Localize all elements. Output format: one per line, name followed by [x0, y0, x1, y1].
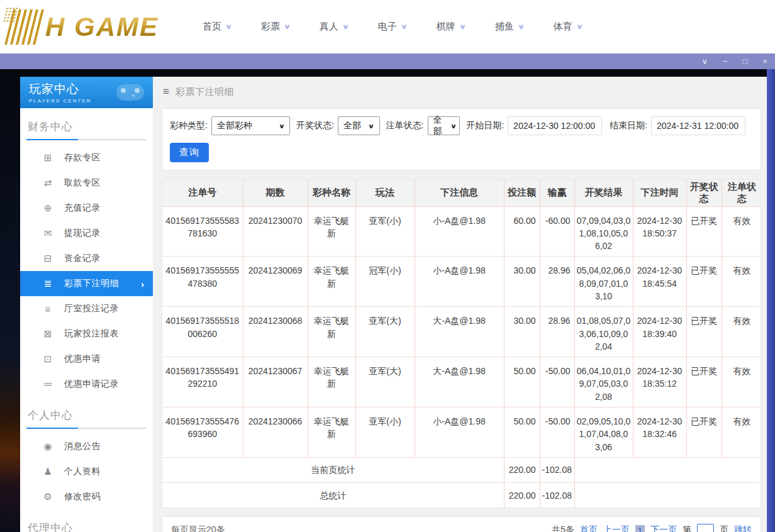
sidebar-item[interactable]: ≡厅室投注记录 [20, 296, 153, 321]
sidebar-item-label: 存款专区 [64, 152, 101, 163]
jump-link[interactable]: 跳转 [734, 524, 752, 532]
top-nav: 首页∨彩票∨真人∨电子∨棋牌∨捕鱼∨体育∨ [203, 21, 583, 33]
first-page-link[interactable]: 首页 [580, 524, 598, 532]
logo-bars-icon [4, 9, 46, 45]
cell: 已开奖 [686, 206, 722, 257]
sidebar-item-label: 玩家投注报表 [64, 328, 119, 340]
sidebar-item[interactable]: ⊞存款专区 [20, 145, 153, 170]
chevron-down-icon: ∨ [576, 23, 583, 31]
filter-panel: 彩种类型: 全部彩种 ∨ 开奖状态: 全部 ∨ 注单状态: 全部 ∨ [162, 108, 761, 170]
cell: 小-A盘@1.98 [415, 206, 504, 257]
nav-item[interactable]: 棋牌∨ [437, 21, 466, 33]
cell: 02,09,05,10,01,07,04,08,03,06 [574, 407, 633, 458]
close-icon[interactable]: × [762, 57, 767, 65]
cell: 07,09,04,03,01,08,10,05,06,02 [574, 206, 633, 257]
window-controls: ∨−□× [701, 57, 767, 65]
cell: 冠军(小) [355, 257, 415, 307]
column-header: 期数 [243, 180, 308, 206]
recharge-icon: ⊕ [42, 202, 54, 214]
promo-record-icon: ≔ [42, 379, 54, 390]
start-date-input[interactable] [508, 116, 602, 135]
summary-row: 总统计220.00-102.08 [162, 482, 761, 507]
start-date-label: 开始日期: [466, 120, 504, 131]
draw-status-label: 开奖状态: [296, 120, 334, 131]
sidebar-header-text: 玩家中心 PLAYERS CENTER [29, 81, 91, 104]
nav-item[interactable]: 体育∨ [554, 21, 583, 33]
sidebar-section: 财务中心⊞存款专区⇄取款专区⊕充值记录✉提现记录⊟资金记录≣彩票下注明细›≡厅室… [20, 108, 153, 397]
filter-row: 彩种类型: 全部彩种 ∨ 开奖状态: 全部 ∨ 注单状态: 全部 ∨ [170, 116, 753, 135]
window-chevron-icon[interactable]: ∨ [701, 57, 708, 65]
report-icon: ⊠ [42, 328, 54, 340]
cell: 30.00 [504, 307, 540, 357]
nav-item[interactable]: 彩票∨ [261, 21, 290, 33]
sidebar-item[interactable]: ♟个人资料 [20, 459, 153, 484]
promo-icon: ⊡ [42, 353, 54, 365]
section-underline-accent [26, 139, 78, 140]
sidebar-item[interactable]: ◉消息公告 [20, 434, 153, 459]
sidebar-item-label: 资金记录 [64, 253, 101, 264]
hall-record-icon: ≡ [42, 304, 54, 314]
notice-icon: ◉ [42, 441, 54, 452]
brand-logo[interactable]: H GAME [9, 9, 166, 45]
lottery-type-select[interactable]: 全部彩种 ∨ [211, 116, 290, 135]
end-date-input[interactable] [651, 116, 745, 135]
minimize-icon[interactable]: − [723, 57, 728, 65]
cell: -50.00 [540, 357, 574, 407]
summary-bet-total: 220.00 [504, 482, 540, 507]
pagination-bar: 每页显示20条 共5条 首页 上一页 1 下一页 第 页 跳转 [162, 516, 761, 532]
nav-item[interactable]: 真人∨ [320, 21, 348, 33]
nav-item-label: 棋牌 [437, 21, 455, 33]
cell: 50.00 [504, 357, 540, 407]
cell: 已开奖 [686, 257, 722, 307]
cell: 06,04,10,01,09,07,05,03,02,08 [574, 357, 633, 407]
next-page-link[interactable]: 下一页 [650, 524, 677, 532]
cell: 401569173555583781630 [162, 206, 243, 257]
sidebar-item[interactable]: ⚙修改密码 [20, 484, 153, 509]
sidebar-item[interactable]: ⊟资金记录 [20, 246, 153, 271]
table-row: 40156917355555547838020241230069幸运飞艇新冠军(… [162, 257, 761, 307]
maximize-icon[interactable]: □ [743, 57, 748, 65]
sidebar: 玩家中心 PLAYERS CENTER 财务中心⊞存款专区⇄取款专区⊕充值记录✉… [20, 77, 153, 532]
sidebar-item[interactable]: ✉提现记录 [20, 221, 153, 246]
search-button[interactable]: 查询 [170, 143, 209, 162]
sidebar-section-title: 个人中心 [20, 404, 153, 428]
withdrawal-record-icon: ✉ [42, 228, 54, 239]
cell: 亚军(大) [355, 307, 415, 357]
cell: 亚军(小) [355, 407, 415, 458]
current-page[interactable]: 1 [635, 525, 645, 532]
password-icon: ⚙ [42, 491, 54, 502]
vertical-scrollbar[interactable] [767, 69, 775, 532]
sidebar-item[interactable]: ⊠玩家投注报表 [20, 321, 153, 346]
column-header: 下注信息 [415, 180, 504, 206]
sidebar-subtitle: PLAYERS CENTER [29, 98, 91, 104]
column-header: 彩种名称 [308, 180, 355, 206]
sidebar-section-title: 代理中心 [20, 517, 153, 532]
nav-item[interactable]: 捕鱼∨ [495, 21, 524, 33]
cell: 05,04,02,06,08,09,07,01,03,10 [574, 257, 633, 307]
cell: 20241230066 [243, 407, 308, 458]
nav-item[interactable]: 首页∨ [203, 21, 231, 33]
site-header: H GAME 首页∨彩票∨真人∨电子∨棋牌∨捕鱼∨体育∨ [0, 0, 775, 53]
table-row: 40156917355558378163020241230070幸运飞艇新亚军(… [162, 206, 761, 257]
sidebar-item[interactable]: ⊡优惠申请 [20, 346, 153, 372]
prev-page-link[interactable]: 上一页 [603, 524, 630, 532]
chevron-down-icon: ∨ [517, 23, 525, 31]
jump-page-input[interactable] [697, 524, 714, 532]
cell: 50.00 [504, 407, 540, 458]
cell: 已开奖 [686, 407, 722, 458]
order-status-select[interactable]: 全部 ∨ [428, 116, 460, 135]
sidebar-item[interactable]: ⊕充值记录 [20, 196, 153, 221]
sidebar-item[interactable]: ≔优惠申请记录 [20, 372, 153, 397]
nav-item[interactable]: 电子∨ [378, 21, 407, 33]
sidebar-item[interactable]: ≣彩票下注明细› [20, 271, 153, 296]
deposit-icon: ⊞ [42, 152, 54, 163]
summary-label: 当前页统计 [162, 457, 504, 482]
sidebar-item-label: 充值记录 [64, 202, 101, 214]
sidebar-item[interactable]: ⇄取款专区 [20, 170, 153, 196]
summary-label: 总统计 [162, 482, 504, 507]
chevron-down-icon: ∨ [400, 23, 408, 31]
cell: 亚军(大) [355, 357, 415, 407]
draw-status-select[interactable]: 全部 ∨ [338, 116, 380, 135]
hamburger-icon[interactable]: ≡ [163, 86, 169, 98]
table-row: 40156917355551800626020241230068幸运飞艇新亚军(… [162, 307, 761, 357]
